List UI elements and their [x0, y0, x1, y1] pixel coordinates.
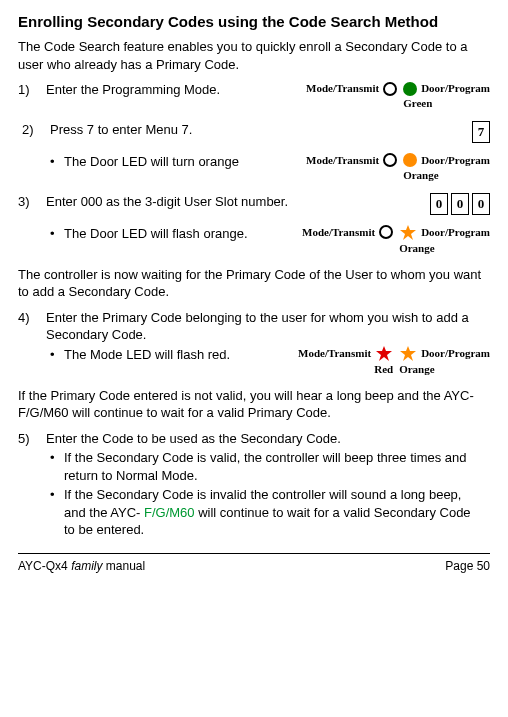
bullet-text: If the Secondary Code is valid, the cont… [64, 449, 490, 484]
step-number: 4) [18, 309, 46, 327]
door-label: Door/Program [421, 153, 490, 168]
color-label: Orange [399, 362, 434, 377]
step-2-bullet: • The Door LED will turn orange Mode/Tra… [18, 153, 490, 183]
bullet-text: The Mode LED will flash red. [64, 346, 298, 364]
bullet-icon: • [46, 449, 64, 467]
bullet-text: If the Secondary Code is invalid the con… [64, 486, 490, 539]
step-text: Enter the Code to be used as the Seconda… [46, 430, 490, 448]
step-number: 3) [18, 193, 46, 211]
led-flash-orange-icon [399, 346, 417, 362]
ring-icon [383, 153, 397, 167]
step-number: 5) [18, 430, 46, 448]
svg-marker-1 [376, 346, 392, 361]
step-4: 4) Enter the Primary Code belonging to t… [18, 309, 490, 344]
led-indicator: Mode/Transmit Door/Program Orange [302, 225, 490, 256]
color-label: Orange [399, 241, 434, 256]
invalid-text: If the Primary Code entered is not valid… [18, 387, 490, 422]
key-indicator: 0 0 0 [430, 193, 490, 215]
bullet-icon: • [46, 486, 64, 504]
page-title: Enrolling Secondary Codes using the Code… [18, 12, 490, 32]
ring-icon [379, 225, 393, 239]
door-label: Door/Program [421, 81, 490, 96]
step-text: Enter 000 as the 3-digit User Slot numbe… [46, 193, 430, 211]
step-5: 5) Enter the Code to be used as the Seco… [18, 430, 490, 448]
mode-label: Mode/Transmit [306, 153, 379, 168]
led-indicator: Mode/Transmit Door/Program Green [306, 81, 490, 111]
bullet-icon: • [46, 153, 64, 171]
led-flash-orange-icon [399, 225, 417, 241]
step-number: 1) [18, 81, 46, 99]
step-text: Press 7 to enter Menu 7. [50, 121, 472, 139]
mode-label: Mode/Transmit [306, 81, 379, 96]
door-label: Door/Program [421, 225, 490, 240]
led-indicator: Mode/Transmit Red Door/Program Orange [298, 346, 490, 377]
bullet-icon: • [46, 346, 64, 364]
step-text: Enter the Primary Code belonging to the … [46, 309, 490, 344]
bullet-icon: • [46, 225, 64, 243]
step-text: Enter the Programming Mode. [46, 81, 306, 99]
model-code: F/G/M60 [144, 505, 195, 520]
key-indicator: 7 [472, 121, 490, 143]
step-1: 1) Enter the Programming Mode. Mode/Tran… [18, 81, 490, 111]
key-0: 0 [451, 193, 469, 215]
footer: AYC-Qx4 family manual Page 50 [18, 553, 490, 574]
step-5-bullet-1: • If the Secondary Code is valid, the co… [18, 449, 490, 484]
mode-label: Mode/Transmit [302, 225, 375, 240]
door-label: Door/Program [421, 346, 490, 361]
led-flash-red-icon [375, 346, 393, 362]
color-label: Red [374, 362, 393, 377]
svg-marker-0 [400, 225, 416, 240]
key-7: 7 [472, 121, 490, 143]
bullet-text: The Door LED will flash orange. [64, 225, 302, 243]
color-label: Orange [403, 168, 438, 183]
step-4-bullet: • The Mode LED will flash red. Mode/Tran… [18, 346, 490, 377]
led-orange-icon [403, 153, 417, 167]
mode-label: Mode/Transmit [298, 346, 371, 361]
led-indicator: Mode/Transmit Door/Program Orange [306, 153, 490, 183]
step-3: 3) Enter 000 as the 3-digit User Slot nu… [18, 193, 490, 215]
key-0: 0 [472, 193, 490, 215]
step-5-bullet-2: • If the Secondary Code is invalid the c… [18, 486, 490, 539]
step-number: 2) [22, 121, 50, 139]
color-label: Green [403, 96, 432, 111]
bullet-text: The Door LED will turn orange [64, 153, 306, 171]
waiting-text: The controller is now waiting for the Pr… [18, 266, 490, 301]
step-2: 2) Press 7 to enter Menu 7. 7 [22, 121, 490, 143]
footer-left: AYC-Qx4 family manual [18, 558, 145, 574]
key-0: 0 [430, 193, 448, 215]
ring-icon [383, 82, 397, 96]
svg-marker-2 [400, 346, 416, 361]
footer-page: Page 50 [445, 558, 490, 574]
intro-text: The Code Search feature enables you to q… [18, 38, 490, 73]
step-3-bullet: • The Door LED will flash orange. Mode/T… [18, 225, 490, 256]
led-green-icon [403, 82, 417, 96]
